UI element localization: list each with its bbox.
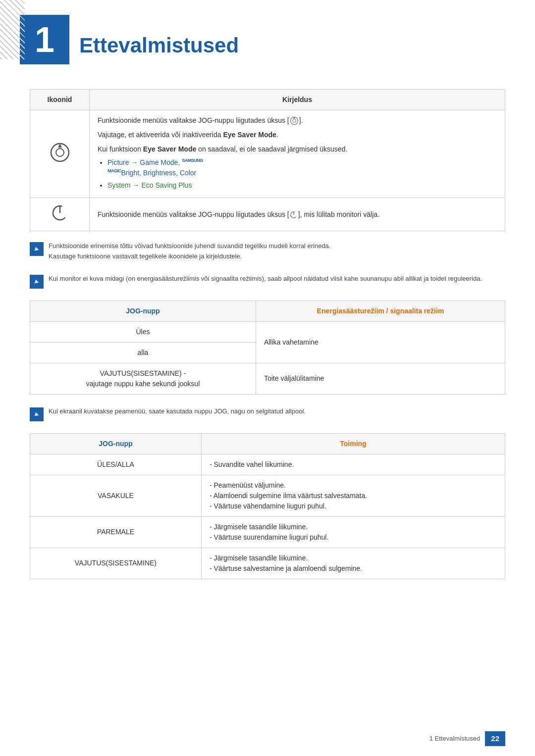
eye-saver-bold2: Eye Saver Mode: [143, 145, 196, 153]
footer-chapter-text: 1 Ettevalmistused: [429, 734, 481, 744]
power-row-desc: Funktsioonide menüüs valitakse JOG-nuppu…: [90, 198, 505, 231]
svg-point-5: [292, 119, 296, 123]
energy-row3-col1: VAJUTUS(SISESTAMINE) -vajutage nuppu kah…: [30, 363, 256, 394]
jog-row3-col2: - Järgmisele tasandile liikumine. - Väär…: [201, 516, 505, 548]
note-box-1: Funktsioonide erinemise tõttu võivad fun…: [30, 241, 505, 262]
table-row: Üles Allika vahetamine: [30, 321, 505, 342]
note-text-2: Kui monitor ei kuva midagi (on energiasä…: [49, 274, 505, 284]
table3-col2-header: Toiming: [201, 433, 505, 454]
svg-point-1: [56, 149, 64, 156]
picture-restriction: Picture → Game Mode, SAMSUNGMAGICBright,…: [107, 158, 203, 177]
restriction-list: Picture → Game Mode, SAMSUNGMAGICBright,…: [107, 157, 497, 191]
note-box-2: Kui monitor ei kuva midagi (on energiasä…: [30, 274, 505, 289]
icons-table: Ikoonid Kirjeldus Funktsioonide m: [30, 89, 505, 231]
note-pencil-icon-1: [32, 245, 41, 253]
table1-col1-header: Ikoonid: [30, 90, 90, 110]
jog-icon: [48, 141, 72, 164]
jog-nav-table: JOG-nupp Toiming ÜLES/ALLA - Suvandite v…: [30, 433, 505, 579]
page-number: 22: [485, 731, 505, 747]
note-text-1: Funktsioonide erinemise tõttu võivad fun…: [49, 241, 505, 262]
jog-icon-cell: [30, 110, 90, 198]
table-row: ÜLES/ALLA - Suvandite vahel liikumine.: [30, 454, 505, 475]
note-icon-1: [30, 242, 44, 256]
note-1-line1: Funktsioonide erinemise tõttu võivad fun…: [49, 242, 330, 250]
samsung-magic-text: SAMSUNGMAGIC: [107, 158, 203, 174]
desc-line1: Funktsioonide menüüs valitakse JOG-nuppu…: [98, 115, 497, 126]
power-desc: Funktsioonide menüüs valitakse JOG-nuppu…: [98, 209, 497, 220]
jog-row1-col1: ÜLES/ALLA: [30, 454, 202, 475]
table-row: VAJUTUS(SISESTAMINE) -vajutage nuppu kah…: [30, 363, 505, 394]
energy-row1-col1: Üles: [30, 321, 256, 342]
energy-row2-col1: alla: [30, 342, 256, 363]
main-content: Ikoonid Kirjeldus Funktsioonide m: [0, 89, 535, 619]
table1-col2-header: Kirjeldus: [90, 90, 505, 110]
page-header: 1 Ettevalmistused: [0, 0, 535, 74]
table3-col1-header: JOG-nupp: [30, 433, 202, 454]
table-row: PAREMALE - Järgmisele tasandile liikumin…: [30, 516, 505, 548]
table-row: Funktsioonide menüüs valitakse JOG-nuppu…: [30, 110, 505, 198]
jog-row4-col1: VAJUTUS(SISESTAMINE): [30, 548, 202, 579]
jog-row-desc: Funktsioonide menüüs valitakse JOG-nuppu…: [90, 110, 505, 198]
table2-col2-header: Energiasäästurežiim / signaalita režiim: [256, 301, 505, 321]
desc-line2: Vajutage, et aktiveerida või inaktiveeri…: [98, 130, 497, 140]
stripe-decoration: [0, 0, 25, 59]
restriction-item-2: System → Eco Saving Plus: [107, 180, 497, 191]
note-icon-3: [30, 407, 44, 421]
page-footer: 1 Ettevalmistused 22: [429, 731, 505, 747]
power-icon: [50, 203, 70, 223]
chapter-number: 1: [20, 15, 69, 64]
energy-row3-col2: Toite väljalülitamine: [256, 363, 505, 394]
jog-row1-col2: - Suvandite vahel liikumine.: [201, 454, 505, 475]
jog-row2-col2: - Peamenüüst väljumine. - Alamloendi sul…: [201, 475, 505, 516]
chapter-title: Ettevalmistused: [79, 15, 239, 61]
table-row: Funktsioonide menüüs valitakse JOG-nuppu…: [30, 198, 505, 231]
desc-line3: Kui funktsioon Eye Saver Mode on saadava…: [98, 144, 497, 154]
table2-col1-header: JOG-nupp: [30, 301, 256, 321]
table-row: VAJUTUS(SISESTAMINE) - Järgmisele tasand…: [30, 548, 505, 579]
jog-row3-col1: PAREMALE: [30, 516, 202, 548]
note-pencil-icon-2: [32, 277, 41, 286]
table-row: VASAKULE - Peamenüüst väljumine. - Alaml…: [30, 475, 505, 516]
power-icon-cell: [30, 198, 90, 231]
jog-row4-col2: - Järgmisele tasandile liikumine. - Väär…: [201, 548, 505, 579]
eye-saver-bold1: Eye Saver Mode: [223, 131, 276, 139]
note-1-line2: Kasutage funktsioone vastavalt tegelikel…: [49, 252, 242, 260]
note-pencil-icon-3: [32, 410, 41, 419]
restriction-item-1: Picture → Game Mode, SAMSUNGMAGICBright,…: [107, 157, 497, 178]
energy-row1-col2: Allika vahetamine: [256, 321, 505, 363]
system-restriction: System → Eco Saving Plus: [107, 181, 192, 189]
note-box-3: Kui ekraanil kuvatakse peamenüü, saate k…: [30, 406, 505, 421]
note-icon-2: [30, 275, 44, 289]
note-text-3: Kui ekraanil kuvatakse peamenüü, saate k…: [49, 406, 505, 417]
energy-saving-table: JOG-nupp Energiasäästurežiim / signaalit…: [30, 301, 505, 395]
jog-row2-col1: VASAKULE: [30, 475, 202, 516]
